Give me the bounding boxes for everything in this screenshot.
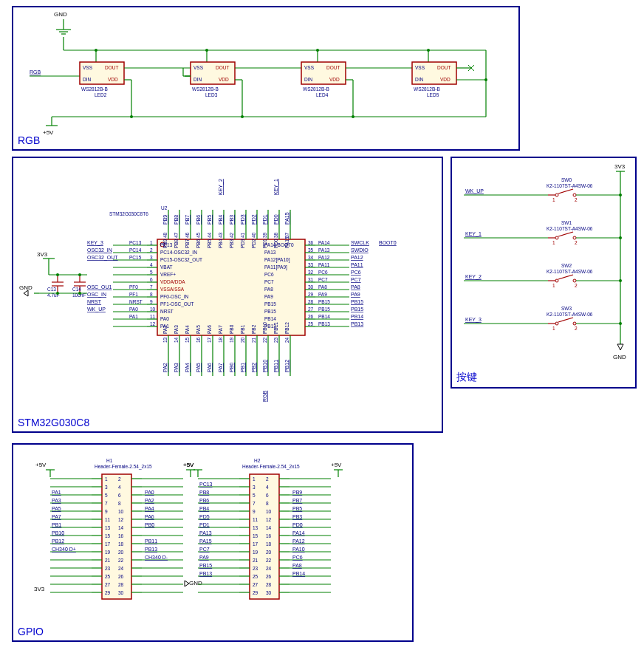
svg-text:18: 18 [266, 541, 272, 547]
svg-text:PB9: PB9 [292, 490, 302, 495]
svg-text:27: 27 [253, 582, 258, 587]
svg-text:VDD: VDD [219, 77, 229, 82]
svg-text:PA0: PA0 [145, 490, 154, 495]
svg-text:PA4: PA4 [185, 325, 190, 334]
svg-text:PC13: PC13 [199, 482, 213, 487]
svg-text:12: 12 [266, 517, 272, 522]
svg-point-350 [56, 292, 59, 295]
svg-text:PA3: PA3 [174, 363, 179, 372]
svg-text:2: 2 [575, 197, 578, 202]
svg-marker-408 [617, 344, 623, 350]
svg-text:VREF+: VREF+ [160, 272, 176, 277]
gpio-headers: H1Header-Female-2.54_2x15+5V123456PA1PA0… [34, 458, 343, 599]
svg-text:PB3: PB3 [229, 239, 234, 248]
svg-text:PF1: PF1 [129, 292, 138, 297]
svg-point-63 [130, 115, 133, 118]
svg-text:LED3: LED3 [205, 92, 218, 98]
svg-text:U2: U2 [161, 205, 168, 211]
svg-point-347 [56, 273, 59, 276]
svg-text:GND: GND [189, 580, 202, 586]
svg-text:PB4: PB4 [218, 215, 223, 225]
svg-text:SWCLK: SWCLK [351, 240, 369, 245]
svg-text:VDD: VDD [440, 77, 451, 82]
svg-text:6: 6 [118, 493, 121, 498]
svg-text:29: 29 [308, 292, 314, 297]
svg-text:20: 20 [118, 550, 124, 555]
svg-text:CH340 D-: CH340 D- [145, 555, 168, 560]
svg-text:PB8: PB8 [174, 215, 179, 225]
svg-text:PB8: PB8 [174, 239, 179, 248]
svg-point-64 [241, 115, 244, 118]
svg-text:WK_UP: WK_UP [465, 188, 484, 194]
svg-text:12: 12 [150, 321, 156, 326]
svg-text:PA12: PA12 [318, 255, 330, 260]
svg-text:PB4: PB4 [199, 506, 209, 511]
svg-text:PA14-BOOT0: PA14-BOOT0 [264, 242, 294, 247]
svg-text:PA3: PA3 [52, 498, 61, 503]
svg-text:8: 8 [266, 501, 269, 506]
svg-text:PB13: PB13 [199, 571, 212, 576]
mcu-title: STM32G030C8 [18, 417, 89, 428]
svg-text:23: 23 [273, 337, 278, 343]
svg-text:16: 16 [196, 337, 201, 343]
svg-text:14: 14 [118, 525, 124, 530]
svg-text:C13: C13 [47, 287, 56, 292]
svg-text:PF0-OSC_IN: PF0-OSC_IN [160, 294, 189, 300]
svg-text:PA13: PA13 [264, 250, 276, 255]
svg-text:14: 14 [174, 337, 179, 343]
svg-text:VDD: VDD [329, 77, 340, 82]
svg-text:PD0: PD0 [292, 522, 303, 527]
svg-text:PA6: PA6 [207, 325, 212, 334]
svg-text:19: 19 [253, 550, 258, 555]
svg-text:1: 1 [105, 476, 108, 482]
svg-text:1: 1 [552, 240, 555, 245]
svg-text:14: 14 [266, 525, 272, 530]
svg-text:43: 43 [218, 232, 223, 238]
svg-text:18: 18 [118, 541, 124, 547]
svg-text:15: 15 [105, 533, 111, 538]
svg-text:PC13: PC13 [160, 242, 173, 247]
svg-text:+5V: +5V [331, 462, 342, 468]
rgb-title: RGB [18, 134, 40, 146]
svg-text:21: 21 [253, 558, 258, 563]
svg-text:PA9: PA9 [199, 555, 209, 560]
svg-text:19: 19 [229, 337, 234, 343]
svg-point-362 [555, 194, 558, 196]
svg-point-398 [555, 322, 558, 325]
svg-text:38: 38 [273, 232, 278, 238]
svg-text:KEY_1: KEY_1 [465, 231, 482, 237]
svg-text:PA9: PA9 [264, 294, 273, 299]
svg-text:PB2: PB2 [251, 363, 256, 372]
svg-text:NRST: NRST [87, 299, 102, 304]
svg-text:DOUT: DOUT [216, 65, 229, 70]
svg-text:PD2: PD2 [251, 239, 256, 248]
svg-text:VSS: VSS [193, 65, 204, 70]
svg-text:H1: H1 [106, 458, 113, 463]
svg-text:3V3: 3V3 [34, 586, 45, 592]
svg-text:21: 21 [105, 558, 111, 563]
svg-text:7: 7 [105, 501, 108, 506]
svg-text:36: 36 [308, 240, 314, 245]
svg-text:28: 28 [266, 582, 272, 587]
svg-text:PA7: PA7 [52, 514, 61, 519]
svg-text:2: 2 [575, 326, 578, 331]
svg-text:23: 23 [253, 566, 258, 571]
svg-text:PA7: PA7 [218, 363, 223, 372]
svg-point-348 [78, 273, 81, 276]
svg-text:PA5: PA5 [52, 506, 61, 511]
svg-text:3V3: 3V3 [614, 163, 626, 170]
svg-text:KEY_3: KEY_3 [87, 240, 103, 246]
svg-text:+5V: +5V [35, 462, 47, 468]
svg-point-378 [619, 236, 622, 239]
svg-text:48: 48 [162, 232, 168, 238]
svg-text:1: 1 [150, 240, 153, 245]
svg-text:PA4: PA4 [185, 363, 190, 372]
svg-text:DIN: DIN [193, 77, 202, 82]
svg-text:PB6: PB6 [199, 498, 209, 503]
svg-text:KEY_1: KEY_1 [273, 179, 279, 195]
svg-text:22: 22 [266, 558, 272, 563]
svg-text:VSSA/SSA: VSSA/SSA [160, 287, 185, 292]
svg-text:45: 45 [196, 232, 201, 238]
rgb-5v-label: +5V [43, 129, 54, 136]
svg-text:K2-1107ST-A4SW-06: K2-1107ST-A4SW-06 [547, 226, 593, 231]
